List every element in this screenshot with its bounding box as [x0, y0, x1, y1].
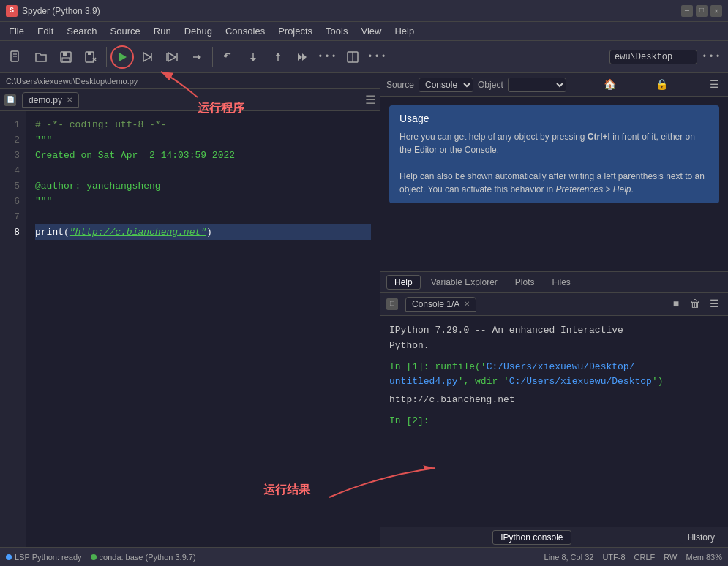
menu-tools[interactable]: Tools — [320, 24, 353, 38]
tab-files[interactable]: Files — [545, 276, 578, 289]
help-box-text: Here you can get help of any object by p… — [399, 130, 709, 196]
line-ending: CRLF — [634, 553, 656, 562]
encoding: UTF-8 — [602, 553, 625, 562]
menu-search[interactable]: Search — [61, 24, 102, 38]
line-numbers: 1 2 3 4 5 6 7 8 — [0, 111, 26, 547]
file-path-text: C:\Users\xiexuewu\Desktop\demo.py — [6, 77, 138, 86]
code-line-2: """ — [35, 132, 371, 148]
toolbar-separator-1 — [106, 47, 107, 67]
console-block-2: In [2]: — [389, 414, 719, 429]
console-tab-1[interactable]: Console 1/A ✕ — [405, 297, 476, 312]
help-content: Usage Here you can get help of any objec… — [380, 97, 728, 271]
file-path-bar: C:\Users\xiexuewu\Desktop\demo.py — [0, 73, 380, 89]
svg-rect-4 — [63, 52, 67, 56]
svg-rect-7 — [88, 52, 91, 55]
console-block-1b: untitled4.py', wdir='C:/Users/xiexuewu/D… — [389, 374, 719, 390]
help-box: Usage Here you can get help of any objec… — [389, 105, 719, 203]
tab-close-button[interactable]: ✕ — [67, 96, 72, 104]
menu-run[interactable]: Run — [148, 24, 177, 38]
lock-button[interactable]: 🔒 — [654, 77, 670, 93]
toolbar-separator-2 — [212, 47, 213, 67]
svg-marker-15 — [198, 54, 201, 60]
lsp-status: LSP Python: ready — [6, 553, 82, 562]
menu-help[interactable]: Help — [389, 24, 420, 38]
console-line-2: Python. — [389, 339, 719, 354]
fast-forward-button[interactable] — [291, 45, 315, 69]
menu-source[interactable]: Source — [105, 24, 146, 38]
tab-label: demo.py — [29, 95, 62, 105]
close-button[interactable]: ✕ — [710, 5, 722, 17]
run-selection-button[interactable] — [135, 45, 159, 69]
lsp-dot — [6, 554, 12, 560]
minimize-button[interactable]: — — [681, 5, 693, 17]
line-num-1: 1 — [0, 117, 20, 132]
tab-menu-button[interactable]: ☰ — [365, 93, 375, 107]
code-line-5: @author: yanchangsheng — [35, 178, 371, 194]
editor-panel: C:\Users\xiexuewu\Desktop\demo.py 📄 demo… — [0, 73, 380, 547]
window-controls[interactable]: — □ ✕ — [681, 5, 722, 17]
run-cell-button[interactable] — [160, 45, 184, 69]
console-output[interactable]: IPython 7.29.0 -- An enhanced Interactiv… — [380, 316, 728, 527]
status-bar: LSP Python: ready conda: base (Python 3.… — [0, 547, 728, 566]
menu-projects[interactable]: Projects — [272, 24, 318, 38]
console-cmd-1: runfile('C:/Users/xiexuewu/Desktop/ — [435, 361, 634, 372]
new-file-button[interactable] — [4, 45, 28, 69]
console-block-1: In [1]: runfile('C:/Users/xiexuewu/Deskt… — [389, 360, 719, 375]
menu-view[interactable]: View — [355, 24, 387, 38]
help-box-title: Usage — [399, 113, 709, 124]
more-button-1[interactable]: ••• — [316, 45, 339, 69]
menu-edit[interactable]: Edit — [31, 24, 59, 38]
console-tab-close[interactable]: ✕ — [464, 300, 470, 308]
tab-plots[interactable]: Plots — [508, 276, 542, 289]
svg-marker-20 — [275, 53, 281, 56]
debug-cursor-button[interactable] — [185, 45, 209, 69]
help-menu-button[interactable]: ☰ — [706, 77, 722, 93]
step-up-button[interactable] — [266, 45, 290, 69]
code-line-7 — [35, 209, 371, 224]
object-select[interactable] — [508, 78, 566, 92]
line-num-7: 7 — [0, 209, 20, 224]
code-content[interactable]: # -*- coding: utf-8 -*- """ Created on S… — [26, 111, 380, 547]
conda-label: conda: base (Python 3.9.7) — [100, 553, 196, 562]
console-menu-button[interactable]: ☰ — [706, 296, 722, 312]
source-select[interactable]: Console Editor — [419, 78, 473, 92]
console-output-1: http://c.biancheng.net — [389, 393, 719, 408]
editor-tab-demo[interactable]: demo.py ✕ — [22, 92, 79, 108]
maximize-button[interactable]: □ — [696, 5, 708, 17]
undo-button[interactable] — [217, 45, 240, 69]
step-down-button[interactable] — [241, 45, 265, 69]
menu-consoles[interactable]: Consoles — [219, 24, 271, 38]
more-button-2[interactable]: ••• — [366, 45, 389, 69]
conda-status: conda: base (Python 3.9.7) — [91, 553, 196, 562]
tab-variable-explorer[interactable]: Variable Explorer — [424, 276, 505, 289]
save-button[interactable] — [54, 45, 78, 69]
save-as-button[interactable] — [79, 45, 102, 69]
app-icon: S — [6, 5, 18, 17]
line-num-2: 2 — [0, 132, 20, 148]
object-label: Object — [478, 80, 503, 90]
run-button[interactable] — [110, 45, 134, 69]
code-line-3: Created on Sat Apr 2 14:03:59 2022 — [35, 148, 371, 163]
console-stop-button[interactable]: ■ — [668, 296, 684, 312]
line-num-4: 4 — [0, 163, 20, 178]
menu-debug[interactable]: Debug — [179, 24, 218, 38]
path-area: ewu\Desktop ••• — [391, 45, 724, 69]
panel-button[interactable] — [341, 45, 364, 69]
window-title: Spyder (Python 3.9) — [22, 6, 681, 16]
tab-ipython-console[interactable]: IPython console — [492, 530, 571, 545]
home-button[interactable]: 🏠 — [602, 77, 618, 93]
open-file-button[interactable] — [29, 45, 53, 69]
tab-help[interactable]: Help — [386, 275, 421, 290]
console-prompt-2: In [2]: — [389, 415, 429, 426]
tab-history[interactable]: History — [680, 531, 722, 544]
line-num-5: 5 — [0, 178, 20, 194]
console-trash-button[interactable]: 🗑 — [687, 296, 703, 312]
path-more-button[interactable]: ••• — [700, 45, 724, 69]
console-cmd-1b: untitled4.py', wdir='C:/Users/xiexuewu/D… — [389, 376, 664, 387]
console-file-icon: □ — [386, 298, 398, 310]
svg-marker-11 — [168, 53, 176, 61]
console-panel: □ Console 1/A ✕ ■ 🗑 ☰ IPython 7.29.0 -- … — [380, 293, 728, 547]
menu-file[interactable]: File — [3, 24, 30, 38]
svg-marker-18 — [250, 58, 256, 61]
code-line-6: """ — [35, 194, 371, 209]
